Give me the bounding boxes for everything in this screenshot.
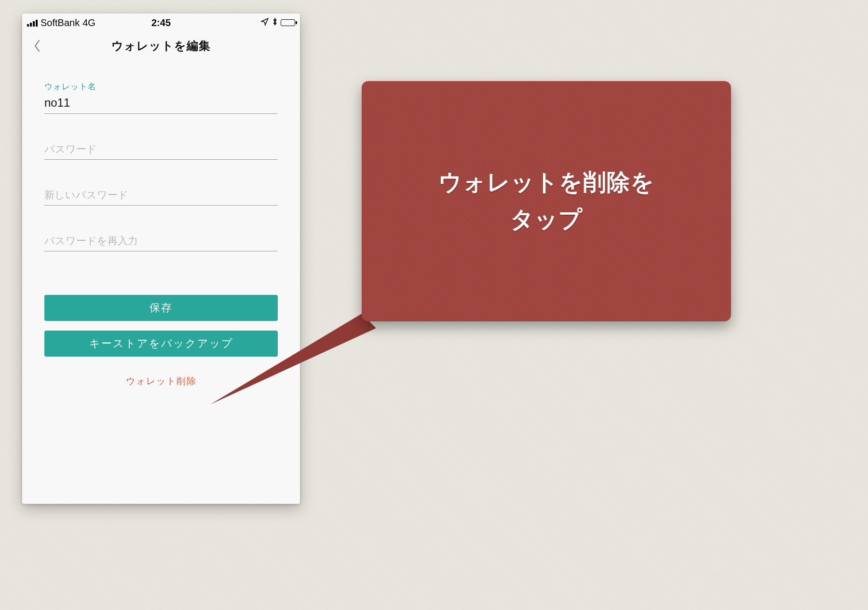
wallet-name-label: ウォレット名 — [44, 81, 278, 92]
instruction-callout: ウォレットを削除を タップ — [362, 81, 731, 321]
phone-frame: SoftBank 4G 2:45 ウォレットを編集 — [22, 14, 300, 504]
status-time: 2:45 — [151, 17, 171, 28]
wallet-name-field: ウォレット名 — [44, 81, 278, 114]
callout-line-1: ウォレットを削除を — [438, 164, 654, 201]
reenter-password-input[interactable] — [44, 233, 278, 251]
status-left: SoftBank 4G — [27, 17, 95, 28]
battery-icon — [281, 19, 295, 26]
back-button[interactable] — [30, 35, 44, 56]
delete-wallet-button[interactable]: ウォレット削除 — [44, 366, 278, 396]
save-button[interactable]: 保存 — [44, 295, 278, 321]
location-icon — [260, 17, 269, 28]
status-carrier: SoftBank — [41, 17, 80, 28]
reenter-password-field — [44, 233, 278, 251]
new-password-input[interactable] — [44, 187, 278, 206]
password-input[interactable] — [44, 141, 278, 160]
bluetooth-icon — [272, 17, 278, 28]
backup-keystore-button[interactable]: キーストアをバックアップ — [44, 331, 278, 357]
callout-line-2: タップ — [438, 201, 654, 238]
wallet-name-input[interactable] — [44, 95, 278, 114]
status-right — [260, 17, 295, 28]
status-network: 4G — [82, 17, 95, 28]
content: ウォレット名 保存 キーストアをバックアップ ウォレット削除 — [22, 60, 300, 396]
signal-icon — [27, 19, 38, 27]
password-field — [44, 141, 278, 160]
nav-bar: ウォレットを編集 — [22, 32, 300, 60]
new-password-field — [44, 187, 278, 206]
page-title: ウォレットを編集 — [111, 38, 211, 54]
status-bar: SoftBank 4G 2:45 — [22, 14, 300, 32]
